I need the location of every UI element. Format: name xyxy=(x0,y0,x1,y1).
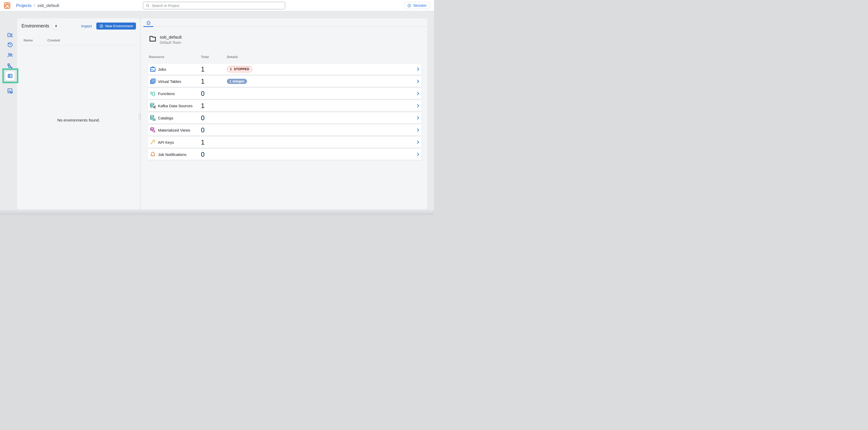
resource-row[interactable]: Virtual Tables 1 1datagen xyxy=(148,76,422,87)
jobs-icon xyxy=(150,66,156,72)
chevron-right-icon[interactable] xyxy=(415,91,420,96)
project-explorer-icon xyxy=(7,32,13,38)
resource-label: Job Notifications xyxy=(158,152,186,157)
resource-total: 0 xyxy=(201,126,205,134)
breadcrumb-separator: / xyxy=(34,3,35,8)
chevron-right-icon[interactable] xyxy=(415,103,420,108)
breadcrumb: Projects / ssb_default xyxy=(16,0,59,11)
left-nav-sidebar xyxy=(0,11,17,215)
environments-empty-message: No environments found. xyxy=(17,118,140,123)
resource-rows: Jobs 1 1STOPPED Virtual Tables 1 1datage… xyxy=(148,64,422,160)
environments-icon xyxy=(7,73,13,79)
active-item-card[interactable] xyxy=(5,71,15,81)
materialized-views-icon xyxy=(150,127,156,133)
column-details: Details xyxy=(227,55,238,59)
search-icon xyxy=(146,4,150,7)
badge-text: STOPPED xyxy=(234,67,249,71)
project-search[interactable] xyxy=(143,2,285,9)
badge-count: 1 xyxy=(229,80,231,83)
session-button[interactable]: Session xyxy=(404,2,430,9)
new-environment-label: New Environment xyxy=(105,24,133,28)
resource-total: 1 xyxy=(201,139,205,146)
resource-label: Materialized Views xyxy=(158,128,190,132)
breadcrumb-current: ssb_default xyxy=(37,3,59,8)
chevron-right-icon[interactable] xyxy=(415,67,420,71)
sidebar-divider xyxy=(3,83,14,84)
sidebar-item-history[interactable] xyxy=(7,41,13,48)
badge-count: 1 xyxy=(230,67,232,71)
chevron-right-icon[interactable] xyxy=(415,128,420,132)
resource-row[interactable]: Catalogs 0 xyxy=(148,113,422,123)
import-link[interactable]: Import xyxy=(81,24,92,28)
bottom-shadow-strip xyxy=(0,209,434,215)
column-name: Name xyxy=(24,38,48,42)
resource-row[interactable]: f() Functions 0 xyxy=(148,88,422,99)
badge-text: datagen xyxy=(232,80,244,83)
api-keys-icon xyxy=(150,139,156,145)
top-bar: Projects / ssb_default Session xyxy=(0,0,434,11)
functions-icon: f() xyxy=(150,90,156,97)
plus-circle-icon xyxy=(99,24,103,28)
resource-total: 1 xyxy=(201,102,205,110)
environments-title: Environments xyxy=(22,23,49,29)
new-environment-button[interactable]: New Environment xyxy=(96,23,136,30)
monitoring-icon xyxy=(7,88,13,94)
project-heading: ssb_default Default Team xyxy=(149,34,427,45)
column-created: Created xyxy=(48,38,60,42)
sidebar-item-users[interactable] xyxy=(7,52,13,58)
resource-label: Virtual Tables xyxy=(158,79,181,84)
chevron-right-icon[interactable] xyxy=(415,140,420,145)
session-button-label: Session xyxy=(413,3,427,7)
resource-row[interactable]: Jobs 1 1STOPPED xyxy=(148,64,422,74)
chevron-right-icon[interactable] xyxy=(415,79,420,84)
resource-details: 1datagen xyxy=(227,79,247,84)
project-name: ssb_default xyxy=(160,34,182,40)
tab-home[interactable] xyxy=(143,19,154,27)
environments-panel: Environments 0 Import New Environment Na… xyxy=(17,19,140,209)
history-icon xyxy=(7,41,13,48)
stopped-status-badge: 1STOPPED xyxy=(227,66,252,72)
resource-row[interactable]: Kafka Data Sources 1 xyxy=(148,100,422,111)
environments-table-header: Name Created xyxy=(22,38,136,45)
resource-details: 1STOPPED xyxy=(227,66,252,72)
chevron-right-icon[interactable] xyxy=(415,152,420,157)
folder-icon xyxy=(149,35,156,42)
column-total: Total xyxy=(201,55,209,59)
column-resource: Resource xyxy=(149,55,164,59)
resource-row[interactable]: Materialized Views 0 xyxy=(148,125,422,135)
ssb-logo-icon xyxy=(4,2,10,9)
project-panel: ssb_default Default Team Resource Total … xyxy=(141,19,427,209)
breadcrumb-projects-link[interactable]: Projects xyxy=(16,3,32,8)
clock-icon xyxy=(407,4,411,7)
project-team: Default Team xyxy=(160,40,182,45)
sidebar-item-monitoring[interactable] xyxy=(7,88,13,94)
resource-label: Functions xyxy=(158,91,175,96)
resource-total: 0 xyxy=(201,151,205,158)
kafka-data-sources-icon xyxy=(150,102,156,109)
home-icon xyxy=(146,20,151,25)
virtual-tables-icon xyxy=(150,78,156,85)
search-input[interactable] xyxy=(152,4,282,8)
resource-table-header: Resource Total Details xyxy=(148,55,422,60)
catalogs-icon xyxy=(150,115,156,121)
resource-label: Jobs xyxy=(158,67,166,71)
panel-resize-handle[interactable] xyxy=(139,113,141,120)
resource-total: 0 xyxy=(201,90,205,97)
job-notifications-icon xyxy=(150,151,156,157)
resource-row[interactable]: Job Notifications 0 xyxy=(148,149,422,160)
resource-label: Catalogs xyxy=(158,116,173,120)
lineage-icon xyxy=(7,63,13,69)
resource-total: 0 xyxy=(201,114,205,122)
environments-count-badge: 0 xyxy=(52,23,60,29)
chevron-right-icon[interactable] xyxy=(415,116,420,120)
resource-label: API Keys xyxy=(158,140,174,145)
sidebar-item-lineage[interactable] xyxy=(7,63,13,69)
resource-row[interactable]: API Keys 1 xyxy=(148,137,422,148)
project-tabs xyxy=(141,19,427,27)
resource-total: 1 xyxy=(201,78,205,85)
sidebar-item-project-explorer[interactable] xyxy=(7,32,13,38)
users-icon xyxy=(7,52,13,58)
app-screen: Projects / ssb_default Session Environme… xyxy=(0,0,434,215)
resource-total: 1 xyxy=(201,65,205,73)
sidebar-item-environments[interactable] xyxy=(5,71,15,81)
